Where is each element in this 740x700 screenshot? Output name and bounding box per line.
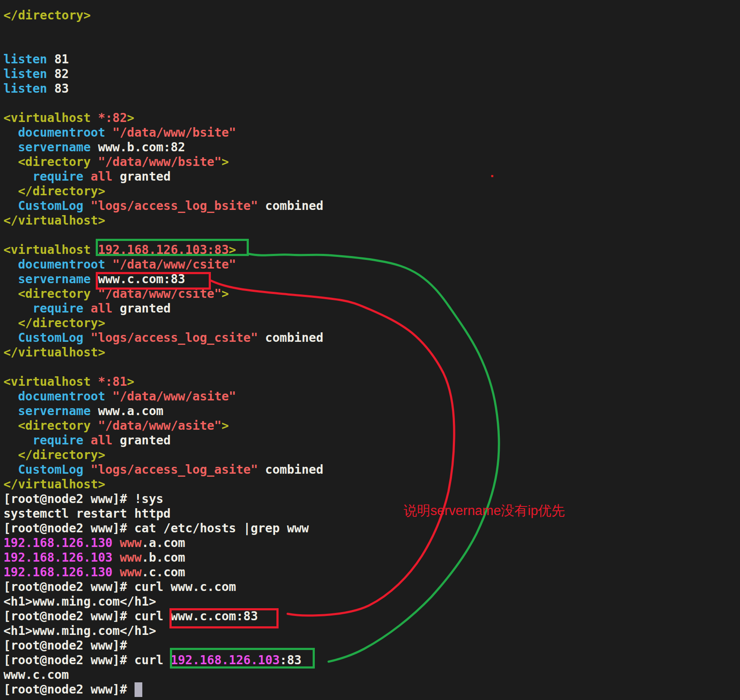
terminal-text-segment: servername	[3, 272, 91, 286]
terminal-text-segment: </directory>	[3, 184, 105, 198]
terminal-line: <virtualhost *:81>	[3, 375, 737, 389]
terminal-line	[3, 96, 737, 111]
terminal-text-segment: listen	[3, 81, 47, 96]
terminal-text-segment: www.a.com	[91, 404, 163, 418]
terminal-line: </directory>	[3, 184, 737, 199]
terminal-line: [root@node2 www]# curl 192.168.126.103:8…	[3, 653, 737, 668]
terminal-text-segment: <virtualhost	[3, 111, 91, 125]
terminal-line: CustomLog "logs/access_log_bsite" combin…	[3, 199, 737, 213]
terminal-line: [root@node2 www]# cat /etc/hosts |grep w…	[3, 521, 737, 536]
terminal-text-segment: .b.com	[141, 550, 185, 565]
terminal-line	[3, 228, 737, 243]
terminal-line: <virtualhost *:82>	[3, 111, 737, 125]
terminal-text-segment: >	[222, 419, 229, 433]
terminal-text-segment: 83	[47, 81, 69, 96]
terminal-text-segment: </virtualhost>	[3, 477, 105, 491]
terminal-text-segment: "/data/www/bsite"	[105, 125, 236, 140]
terminal-cursor	[135, 682, 142, 697]
terminal-line: </virtualhost>	[3, 345, 737, 360]
terminal-text-segment: </directory>	[3, 316, 105, 330]
terminal-text-segment: [root@node2 www]# curl www.c.com:83	[3, 609, 258, 623]
terminal-text-segment: CustomLog	[3, 199, 83, 213]
terminal-text-segment: systemctl restart httpd	[3, 506, 171, 521]
terminal-text-segment: require	[3, 433, 83, 447]
terminal-text-segment: documentroot	[3, 125, 105, 140]
terminal-text-segment	[113, 565, 120, 579]
terminal-text-segment: documentroot	[3, 389, 105, 403]
terminal-text-segment: CustomLog	[3, 462, 83, 477]
terminal-text-segment: "/data/www/csite"	[91, 287, 221, 301]
terminal-text-segment	[113, 550, 120, 565]
terminal-line: <h1>www.ming.com</h1>	[3, 594, 737, 609]
terminal-line: require all granted	[3, 301, 737, 316]
terminal-text-segment: "logs/access_log_asite"	[83, 462, 258, 477]
terminal-text-segment: :83	[280, 653, 302, 667]
terminal-text-segment: <directory	[3, 419, 91, 433]
terminal-text-segment: www	[120, 536, 142, 550]
terminal-text-segment: www.c.com:83	[91, 272, 185, 286]
terminal-text-segment: documentroot	[3, 257, 105, 272]
terminal-text-segment: www	[120, 550, 142, 565]
terminal-text-segment: www	[120, 565, 142, 579]
terminal-text-segment: combined	[258, 199, 323, 213]
terminal-text-segment: 192.168.126.130	[3, 565, 113, 579]
terminal-text-segment: servername	[3, 140, 91, 154]
terminal-line: <directory "/data/www/asite">	[3, 419, 737, 433]
terminal-text-segment: 81	[47, 52, 69, 66]
terminal-line: servername www.b.com:82	[3, 140, 737, 155]
terminal-line: systemctl restart httpd	[3, 506, 737, 521]
terminal-text-segment: require	[3, 169, 83, 184]
terminal-text-segment: 192.168.126.103	[171, 653, 280, 667]
terminal-text-segment: combined	[258, 331, 323, 345]
terminal-text-segment: >	[222, 155, 229, 169]
terminal-text-segment: "/data/www/asite"	[105, 389, 236, 403]
terminal-text-segment: [root@node2 www]# curl www.c.com	[3, 580, 236, 594]
terminal-line: 192.168.126.130 www.a.com	[3, 536, 737, 550]
terminal-text-segment: granted	[113, 433, 171, 447]
terminal-line: <h1>www.ming.com</h1>	[3, 624, 737, 638]
terminal-text-segment: </virtualhost>	[3, 345, 105, 359]
terminal-text-segment: granted	[113, 169, 171, 184]
terminal-text-segment: "/data/www/asite"	[91, 419, 221, 433]
terminal-line: [root@node2 www]# curl www.c.com	[3, 580, 737, 594]
terminal-text-segment	[113, 536, 120, 550]
terminal-text-segment: *:81	[91, 375, 127, 389]
terminal-text-segment: require	[3, 301, 83, 316]
terminal-line: servername www.c.com:83	[3, 272, 737, 287]
terminal-text-segment: CustomLog	[3, 331, 83, 345]
terminal-screen[interactable]: </directory> listen 81listen 82listen 83…	[3, 8, 737, 697]
terminal-text-segment: .a.com	[141, 536, 185, 550]
terminal-text-segment: >	[127, 375, 135, 389]
terminal-line: require all granted	[3, 169, 737, 184]
terminal-text-segment: >	[127, 111, 135, 125]
terminal-text-segment: granted	[113, 301, 171, 316]
terminal-line: www.c.com	[3, 668, 737, 682]
terminal-text-segment: </virtualhost>	[3, 213, 105, 228]
terminal-text-segment: www.c.com	[3, 668, 69, 682]
terminal-text-segment: [root@node2 www]#	[3, 638, 127, 653]
terminal-text-segment: [root@node2 www]# !sys	[3, 492, 163, 506]
terminal-text-segment: [root@node2 www]#	[3, 682, 134, 697]
terminal-text-segment: .c.com	[141, 565, 185, 579]
terminal-text-segment: </directory>	[3, 8, 91, 22]
terminal-line: listen 82	[3, 67, 737, 81]
terminal-line: [root@node2 www]# !sys	[3, 492, 737, 506]
terminal-text-segment: [root@node2 www]# cat /etc/hosts |grep w…	[3, 521, 309, 535]
terminal-line: [root@node2 www]# curl www.c.com:83	[3, 609, 737, 624]
terminal-line: 192.168.126.130 www.c.com	[3, 565, 737, 580]
terminal-line: CustomLog "logs/access_log_csite" combin…	[3, 331, 737, 345]
terminal-text-segment: <h1>www.ming.com</h1>	[3, 624, 156, 638]
terminal-line: </virtualhost>	[3, 213, 737, 228]
terminal-text-segment: <virtualhost	[3, 375, 91, 389]
terminal-text-segment: combined	[258, 462, 323, 477]
terminal-line: <directory "/data/www/bsite">	[3, 155, 737, 169]
terminal-line: documentroot "/data/www/asite"	[3, 389, 737, 404]
terminal-line: listen 81	[3, 52, 737, 67]
terminal-line: </virtualhost>	[3, 477, 737, 492]
terminal-line: 192.168.126.103 www.b.com	[3, 550, 737, 565]
terminal-text-segment: all	[83, 301, 112, 316]
terminal-text-segment: listen	[3, 52, 47, 66]
terminal-text-segment: <directory	[3, 287, 91, 301]
terminal-line: <virtualhost 192.168.126.103:83>	[3, 243, 737, 257]
terminal-text-segment: "/data/www/bsite"	[91, 155, 221, 169]
